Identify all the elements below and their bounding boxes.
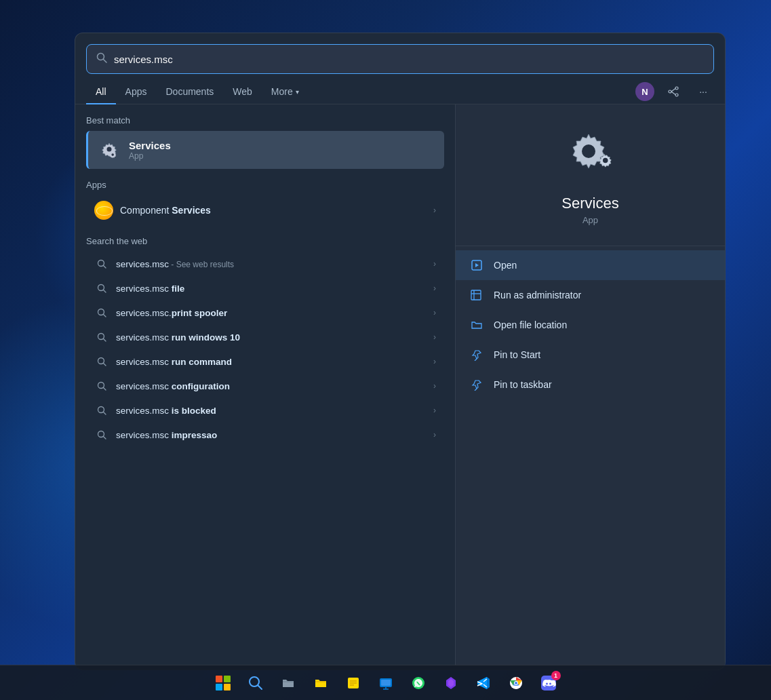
vscode-button[interactable] <box>469 668 498 698</box>
share-icon[interactable] <box>663 81 684 102</box>
open-icon <box>469 258 484 273</box>
svg-rect-29 <box>471 290 481 300</box>
web-search-item-4[interactable]: services.msc run command › <box>86 349 444 374</box>
svg-point-50 <box>515 682 517 684</box>
web-search-item-6[interactable]: services.msc is blocked › <box>86 398 444 423</box>
web-search-item-5[interactable]: services.msc configuration › <box>86 374 444 398</box>
obsidian-button[interactable] <box>436 668 466 698</box>
web-arrow-7: › <box>433 430 436 440</box>
svg-line-5 <box>671 89 675 92</box>
web-search-text-5: services.msc configuration <box>116 381 433 391</box>
web-search-item-2[interactable]: services.msc.print spooler › <box>86 300 444 325</box>
search-taskbar-button[interactable] <box>241 668 271 698</box>
tab-more[interactable]: More ▾ <box>262 79 309 104</box>
user-avatar[interactable]: N <box>635 82 654 101</box>
svg-point-3 <box>675 94 678 96</box>
app-preview: Services App <box>456 104 725 246</box>
web-search-text-6: services.msc is blocked <box>116 406 433 416</box>
filter-tabs: All Apps Documents Web More ▾ N ··· <box>75 74 725 104</box>
search-web-icon-2 <box>94 305 109 320</box>
action-pin-taskbar[interactable]: Pin to taskbar <box>456 370 725 400</box>
svg-line-25 <box>104 437 106 440</box>
chevron-right-icon: › <box>433 206 436 215</box>
action-run-admin[interactable]: Run as administrator <box>456 280 725 310</box>
svg-line-17 <box>104 339 106 342</box>
action-open-label: Open <box>494 260 517 271</box>
component-services-text: Component Services <box>120 205 433 216</box>
chrome-button[interactable] <box>501 668 531 698</box>
file-explorer-button[interactable] <box>273 668 303 698</box>
left-panel: Best match <box>75 104 455 666</box>
svg-point-9 <box>111 153 114 156</box>
rdp-icon <box>378 676 393 691</box>
vscode-icon <box>476 676 491 691</box>
explorer-yellow-button[interactable] <box>306 668 336 698</box>
svg-line-33 <box>475 389 477 391</box>
web-search-text-4: services.msc run command <box>116 357 433 367</box>
web-arrow-0: › <box>433 259 436 269</box>
best-match-label: Best match <box>86 115 444 125</box>
search-web-icon-3 <box>94 330 109 345</box>
action-open-location-label: Open file location <box>494 319 567 330</box>
search-taskbar-icon <box>248 676 263 691</box>
web-search-item-3[interactable]: services.msc run windows 10 › <box>86 325 444 349</box>
shield-icon <box>469 288 484 303</box>
web-arrow-4: › <box>433 357 436 366</box>
search-web-icon-4 <box>94 354 109 369</box>
web-arrow-1: › <box>433 284 436 293</box>
web-search-item-7[interactable]: services.msc impressao › <box>86 423 444 447</box>
rdp-button[interactable] <box>371 668 401 698</box>
web-search-label: Search the web <box>86 236 444 246</box>
file-explorer-icon <box>281 676 296 691</box>
web-search-text-3: services.msc run windows 10 <box>116 332 433 343</box>
search-web-icon-6 <box>94 403 109 418</box>
svg-point-8 <box>107 147 112 152</box>
search-web-icon-0 <box>94 256 109 271</box>
action-open-location[interactable]: Open file location <box>456 310 725 340</box>
web-search-text-2: services.msc.print spooler <box>116 308 433 318</box>
best-match-title: Services <box>129 140 171 151</box>
tab-web[interactable]: Web <box>223 79 262 104</box>
web-arrow-5: › <box>433 381 436 391</box>
tab-apps[interactable]: Apps <box>116 79 157 104</box>
search-window: services.msc All Apps Documents Web More… <box>75 33 726 670</box>
pin-start-icon <box>469 347 484 362</box>
pin-taskbar-icon <box>469 377 484 392</box>
action-pin-start[interactable]: Pin to Start <box>456 340 725 370</box>
search-web-icon-5 <box>94 378 109 393</box>
right-panel: Services App Open <box>455 104 725 666</box>
svg-line-15 <box>104 315 106 317</box>
component-services-icon <box>94 201 113 220</box>
action-open[interactable]: Open <box>456 250 725 280</box>
app-preview-subtitle: App <box>582 215 598 225</box>
start-button[interactable] <box>208 668 238 698</box>
svg-point-52 <box>546 682 548 684</box>
best-match-item[interactable]: Services App <box>86 131 444 169</box>
search-web-icon-1 <box>94 281 109 296</box>
search-web-icon-7 <box>94 427 109 442</box>
tab-all[interactable]: All <box>86 79 116 104</box>
svg-line-13 <box>104 290 106 293</box>
web-search-item-1[interactable]: services.msc file › <box>86 276 444 300</box>
web-arrow-6: › <box>433 406 436 415</box>
web-arrow-2: › <box>433 308 436 317</box>
action-run-admin-label: Run as administrator <box>494 290 581 300</box>
sticky-notes-button[interactable] <box>338 668 368 698</box>
svg-point-27 <box>603 158 608 163</box>
svg-line-1 <box>104 60 107 63</box>
windows-logo-icon <box>216 676 231 691</box>
apps-section-label: Apps <box>86 180 444 190</box>
best-match-subtitle: App <box>129 151 171 161</box>
web-search-text-7: services.msc impressao <box>116 430 433 440</box>
search-bar: services.msc <box>86 44 714 74</box>
web-search-item-0[interactable]: services.msc - See web results › <box>86 252 444 276</box>
more-options-icon[interactable]: ··· <box>692 81 714 102</box>
sticky-notes-icon <box>346 676 361 691</box>
whatsapp-button[interactable] <box>403 668 433 698</box>
app-preview-title: Services <box>561 195 618 212</box>
discord-button[interactable]: 1 <box>534 668 564 698</box>
tab-documents[interactable]: Documents <box>156 79 223 104</box>
search-input[interactable]: services.msc <box>114 54 704 65</box>
list-item[interactable]: Component Services › <box>86 195 444 225</box>
svg-line-11 <box>104 266 106 269</box>
